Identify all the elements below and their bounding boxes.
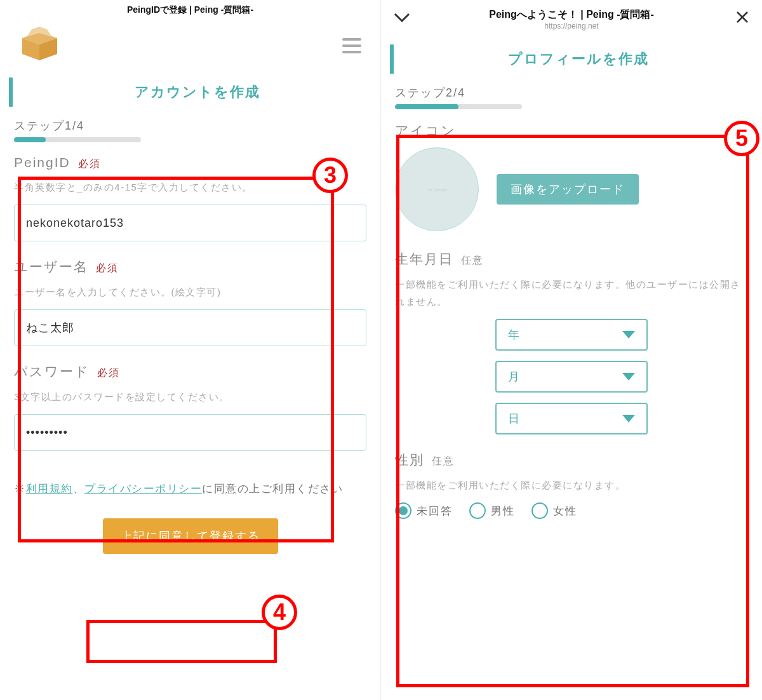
- step-indicator: ステップ1/4: [0, 118, 380, 142]
- year-select-label: 年: [508, 327, 521, 342]
- progress-bar: [14, 137, 141, 142]
- day-select-label: 日: [508, 411, 521, 426]
- step-indicator: ステップ2/4: [381, 85, 762, 109]
- dropdown-icon: [622, 373, 635, 380]
- dropdown-icon: [622, 415, 635, 422]
- field-gender: 性別 任意 一部機能をご利用いただく際に必要になります。 未回答 男性 女性: [395, 451, 748, 519]
- app-bar: [0, 20, 380, 71]
- dropdown-icon: [622, 331, 635, 339]
- page-title-bar: PeingIDで登録 | Peing -質問箱-: [0, 0, 380, 20]
- terms-link[interactable]: 利用規約: [26, 483, 73, 495]
- radio-icon: [531, 502, 548, 519]
- username-help: ユーザー名を入力してください。(絵文字可): [14, 283, 366, 300]
- radio-male[interactable]: 男性: [469, 502, 515, 519]
- year-select[interactable]: 年: [495, 319, 648, 351]
- password-label: パスワード: [14, 363, 90, 380]
- pane-profile-create: Peingへようこそ！ | Peing -質問箱- https://peing.…: [381, 0, 762, 700]
- avatar-placeholder[interactable]: no image: [395, 147, 479, 231]
- agree-prefix: ※: [14, 483, 26, 495]
- radio-icon: [395, 502, 411, 519]
- password-input[interactable]: [14, 414, 366, 451]
- field-peing-id: PeingID 必須 半角英数字と_のみの4-15字で入力してください。: [14, 155, 366, 241]
- hamburger-menu-icon[interactable]: [342, 38, 361, 53]
- peing-id-label: PeingID: [14, 155, 70, 170]
- agree-suffix: に同意の上ご利用ください: [202, 483, 343, 495]
- step-label: ステップ1/4: [14, 118, 366, 133]
- progress-fill: [14, 137, 46, 142]
- browser-url: https://peing.net: [489, 22, 654, 30]
- agree-sep: 、: [73, 483, 85, 495]
- form-region: アイコン no image 画像をアップロード 生年月日 任意 一部機能をご利用…: [395, 122, 748, 535]
- username-input[interactable]: [14, 309, 366, 346]
- progress-fill: [395, 104, 458, 109]
- section-heading: プロフィールを作成: [390, 44, 753, 74]
- month-select-label: 月: [508, 369, 521, 384]
- heading-text: アカウントを作成: [23, 83, 371, 102]
- peing-id-input[interactable]: [14, 205, 366, 241]
- upload-image-button[interactable]: 画像をアップロード: [497, 174, 639, 205]
- day-select[interactable]: 日: [495, 403, 648, 434]
- submit-button[interactable]: 上記に同意して登録する: [103, 518, 278, 554]
- close-icon[interactable]: [735, 10, 749, 28]
- progress-bar: [395, 104, 522, 109]
- optional-tag: 任意: [461, 254, 484, 267]
- privacy-link[interactable]: プライバシーポリシー: [84, 483, 202, 495]
- peing-id-help: 半角英数字と_のみの4-15字で入力してください。: [14, 178, 366, 196]
- radio-female[interactable]: 女性: [531, 502, 577, 519]
- field-password: パスワード 必須 3文字以上のパスワードを設定してください。: [14, 363, 366, 451]
- month-select[interactable]: 月: [495, 361, 648, 393]
- field-birthdate: 生年月日 任意 一部機能をご利用いただく際に必要になります。他のユーザーには公開…: [395, 250, 748, 434]
- step-label: ステップ2/4: [395, 85, 748, 100]
- radio-label: 未回答: [417, 504, 453, 518]
- password-help: 3文字以上のパスワードを設定してください。: [14, 388, 366, 405]
- field-icon: アイコン no image 画像をアップロード: [395, 122, 748, 231]
- section-heading: アカウントを作成: [9, 77, 371, 107]
- field-username: ユーザー名 必須 ユーザー名を入力してください。(絵文字可): [14, 258, 366, 346]
- browser-top-bar: Peingへようこそ！ | Peing -質問箱- https://peing.…: [381, 0, 762, 38]
- box-logo-icon: [19, 25, 60, 66]
- gender-radio-group: 未回答 男性 女性: [395, 502, 748, 519]
- username-label: ユーザー名: [14, 258, 88, 276]
- form-region: PeingID 必須 半角英数字と_のみの4-15字で入力してください。 ユーザ…: [14, 155, 366, 468]
- browser-title-block: Peingへようこそ！ | Peing -質問箱- https://peing.…: [489, 8, 654, 30]
- required-tag: 必須: [78, 158, 101, 171]
- chevron-down-icon[interactable]: [394, 13, 410, 25]
- page-title: PeingIDで登録 | Peing -質問箱-: [127, 4, 253, 16]
- annotation-box-4: [86, 620, 277, 663]
- icon-label: アイコン: [395, 122, 456, 140]
- required-tag: 必須: [97, 367, 120, 380]
- required-tag: 必須: [96, 262, 119, 275]
- birth-help: 一部機能をご利用いただく際に必要になります。他のユーザーには公開されません。: [395, 276, 748, 310]
- submit-wrap: 上記に同意して登録する: [0, 518, 380, 554]
- optional-tag: 任意: [432, 455, 455, 468]
- birth-label: 生年月日: [395, 250, 453, 268]
- pane-account-create: PeingIDで登録 | Peing -質問箱- アカウントを作成 ステップ1/…: [0, 0, 381, 700]
- agree-text: ※利用規約、プライバシーポリシーに同意の上ご利用ください: [14, 479, 366, 499]
- annotation-circle-4: 4: [262, 595, 297, 630]
- radio-label: 女性: [553, 504, 577, 518]
- gender-label: 性別: [395, 451, 424, 469]
- heading-text: プロフィールを作成: [404, 50, 753, 69]
- gender-help: 一部機能をご利用いただく際に必要になります。: [395, 476, 748, 494]
- browser-page-title: Peingへようこそ！ | Peing -質問箱-: [489, 8, 654, 22]
- radio-label: 男性: [491, 504, 515, 518]
- radio-unanswered[interactable]: 未回答: [395, 502, 453, 519]
- radio-icon: [469, 502, 486, 519]
